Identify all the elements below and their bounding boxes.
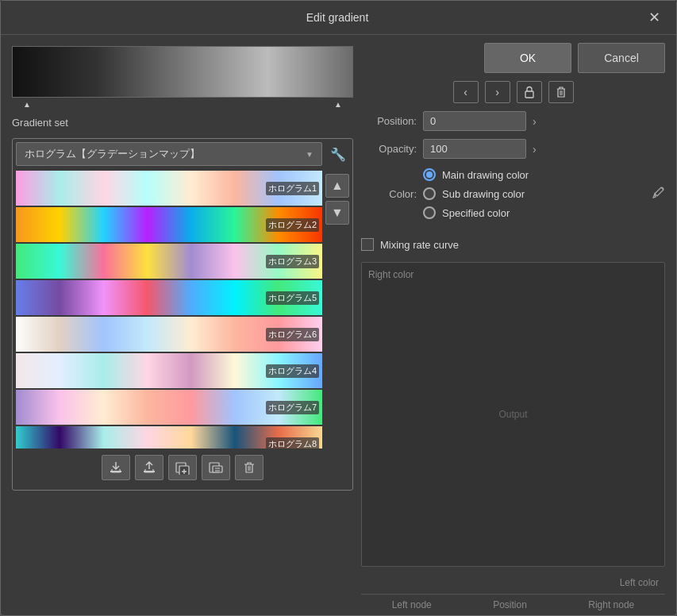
eyedropper-button[interactable] — [652, 186, 665, 206]
color-row: Color: Main drawing color Sub drawing co… — [361, 168, 665, 219]
move-down-button[interactable]: ▼ — [325, 201, 349, 225]
gradient-list-item[interactable]: ホログラム2 — [16, 207, 322, 242]
radio-label-specified: Specified color — [442, 207, 510, 219]
opacity-chevron-icon: › — [533, 143, 537, 156]
gradient-preview-bar — [12, 46, 353, 98]
gradient-item-name: ホログラム8 — [266, 437, 319, 449]
right-arrow-indicator: ▲ — [334, 100, 342, 109]
gradient-list-item[interactable]: ホログラム4 — [16, 353, 322, 388]
opacity-row: Opacity: › — [361, 139, 665, 159]
gradient-list[interactable]: ホログラム1ホログラム2ホログラム3ホログラム5ホログラム6ホログラム4ホログラ… — [16, 171, 322, 449]
nav-row: ‹ › — [361, 81, 665, 103]
position-input[interactable] — [423, 111, 526, 131]
wrench-button[interactable]: 🔧 — [327, 144, 349, 165]
gradient-item-name: ホログラム2 — [266, 218, 319, 232]
lock-node-button[interactable] — [517, 81, 542, 103]
footer-row: Left node Position Right node — [361, 594, 665, 615]
chevron-down-icon: ▼ — [306, 150, 313, 159]
move-up-button[interactable]: ▲ — [325, 174, 349, 198]
delete-set-button[interactable] — [235, 455, 263, 480]
gradient-list-item[interactable]: ホログラム1 — [16, 171, 322, 206]
opacity-label: Opacity: — [361, 143, 417, 155]
gradient-set-box: ホログラム【グラデーションマップ】 ▼ 🔧 ホログラム1ホログラム2ホログラム3… — [12, 138, 353, 491]
radio-sub-drawing-color[interactable]: Sub drawing color — [423, 187, 529, 200]
cancel-button[interactable]: Cancel — [578, 43, 665, 73]
gradient-item-name: ホログラム3 — [266, 255, 319, 268]
radio-circle-main — [423, 168, 436, 181]
next-node-button[interactable]: › — [485, 81, 510, 103]
footer-right-node: Right node — [588, 599, 634, 610]
gradient-editor-area: Right color Output — [361, 262, 665, 567]
footer-left-node: Left node — [392, 599, 432, 610]
gradient-set-dropdown[interactable]: ホログラム【グラデーションマップ】 ▼ — [16, 142, 322, 166]
gradient-item-name: ホログラム7 — [266, 401, 319, 414]
radio-specified-color[interactable]: Specified color — [423, 206, 529, 219]
opacity-input[interactable] — [423, 139, 526, 159]
output-label: Output — [498, 409, 527, 420]
bottom-toolbar — [16, 449, 349, 487]
svg-rect-5 — [213, 466, 222, 472]
top-buttons: OK Cancel — [361, 43, 665, 73]
mixing-rate-label: Mixing rate curve — [380, 239, 459, 251]
svg-rect-6 — [525, 91, 533, 98]
gradient-item-name: ホログラム6 — [266, 328, 319, 341]
gradient-list-item[interactable]: ホログラム3 — [16, 244, 322, 279]
gradient-set-label: Gradient set — [12, 117, 353, 129]
position-row: Position: › — [361, 111, 665, 131]
copy-set-button[interactable] — [202, 455, 230, 480]
mixing-rate-row: Mixing rate curve — [361, 238, 665, 251]
right-panel: OK Cancel ‹ › — [361, 43, 665, 615]
position-chevron-icon: › — [533, 115, 537, 128]
gradient-item-name: ホログラム5 — [266, 291, 319, 305]
radio-circle-specified — [423, 206, 436, 219]
radio-circle-sub — [423, 187, 436, 200]
right-color-label: Right color — [368, 269, 414, 280]
color-section: Color: Main drawing color Sub drawing co… — [361, 168, 665, 225]
gradient-list-item[interactable]: ホログラム8 — [16, 426, 322, 449]
radio-label-main: Main drawing color — [442, 169, 529, 181]
ok-button[interactable]: OK — [484, 43, 571, 73]
gradient-item-name: ホログラム1 — [266, 182, 319, 195]
left-arrow-indicator: ▲ — [23, 100, 31, 109]
delete-node-button[interactable] — [548, 81, 574, 103]
add-to-set-button[interactable] — [168, 455, 197, 480]
gradient-item-name: ホログラム4 — [266, 364, 319, 378]
gradient-list-item[interactable]: ホログラム7 — [16, 390, 322, 425]
reorder-buttons: ▲ ▼ — [325, 171, 349, 449]
close-button[interactable]: ✕ — [645, 9, 664, 26]
gradient-list-area: ホログラム1ホログラム2ホログラム3ホログラム5ホログラム6ホログラム4ホログラ… — [16, 171, 349, 449]
radio-main-drawing-color[interactable]: Main drawing color — [423, 168, 529, 181]
left-panel: ▲ ▲ Gradient set ホログラム【グラデーションマップ】 ▼ 🔧 — [12, 43, 353, 615]
gradient-list-item[interactable]: ホログラム6 — [16, 317, 322, 352]
position-label: Position: — [361, 115, 417, 127]
edit-gradient-dialog: Edit gradient ✕ ▲ ▲ Gradient set ホログラム【グ… — [0, 0, 677, 616]
dialog-title: Edit gradient — [29, 11, 645, 24]
left-color-label: Left color — [620, 577, 659, 588]
prev-node-button[interactable]: ‹ — [453, 81, 479, 103]
color-label: Color: — [361, 188, 417, 200]
mixing-rate-checkbox[interactable] — [361, 238, 374, 251]
dropdown-value: ホログラム【グラデーションマップ】 — [25, 147, 200, 161]
import-button[interactable] — [102, 455, 130, 480]
title-bar: Edit gradient ✕ — [1, 1, 676, 35]
export-button[interactable] — [135, 455, 163, 480]
gradient-list-item[interactable]: ホログラム5 — [16, 280, 322, 315]
color-radio-group: Main drawing color Sub drawing color Spe… — [423, 168, 529, 219]
radio-label-sub: Sub drawing color — [442, 188, 525, 200]
footer-position: Position — [493, 599, 527, 610]
